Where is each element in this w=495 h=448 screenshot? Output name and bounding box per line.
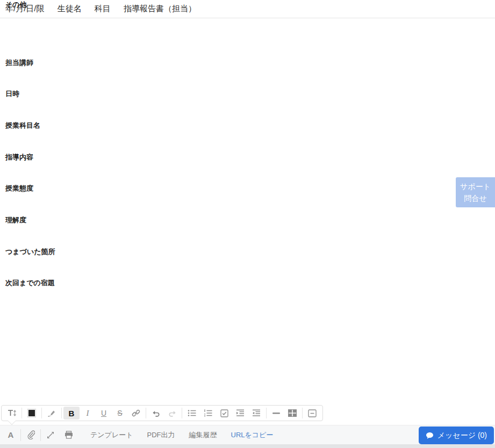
bold-button[interactable]: B: [63, 407, 80, 420]
bottom-edge-strip: [0, 444, 495, 448]
attachment-button[interactable]: [23, 428, 38, 442]
font-size-button[interactable]: [4, 407, 20, 420]
label-homework: 次回までの宿題: [5, 278, 55, 288]
footer-divider: [20, 429, 21, 441]
chat-bubble-icon: [426, 432, 434, 439]
toolbar-divider: [146, 408, 146, 418]
toolbar-divider: [182, 408, 182, 418]
undo-button[interactable]: [148, 407, 164, 420]
bullet-list-icon: [188, 409, 196, 417]
formatting-toolbar: B I U S: [1, 405, 323, 421]
italic-button[interactable]: I: [80, 407, 96, 420]
table-icon: [288, 409, 297, 417]
outdent-icon: [252, 409, 261, 417]
toolbar-divider: [302, 408, 303, 418]
color-swatch-icon: [27, 409, 36, 417]
numbered-list-button[interactable]: [200, 407, 216, 420]
numbered-list-icon: [204, 409, 212, 417]
undo-icon: [152, 409, 161, 417]
link-button[interactable]: [128, 407, 144, 420]
label-class-attitude: 授業態度: [5, 184, 33, 193]
horizontal-rule-button[interactable]: [268, 407, 284, 420]
label-stumbling-points: つまづいた箇所: [5, 247, 55, 257]
paperclip-icon: [27, 430, 35, 439]
font-style-button[interactable]: A: [3, 428, 18, 442]
label-class-subject: 授業科目名: [5, 121, 40, 131]
header-report-title: 指導報告書（担当）: [124, 4, 196, 14]
underline-button[interactable]: U: [96, 407, 112, 420]
checklist-icon: [220, 409, 228, 417]
strikethrough-button[interactable]: S: [112, 407, 128, 420]
bullet-list-button[interactable]: [184, 407, 200, 420]
template-button[interactable]: テンプレート: [90, 430, 133, 440]
collapse-box-icon: [308, 409, 317, 417]
header-student-name: 生徒名: [58, 4, 82, 14]
checklist-button[interactable]: [216, 407, 232, 420]
support-tab-line1: サポート: [456, 180, 495, 192]
label-comprehension: 理解度: [5, 215, 26, 225]
horizontal-rule-icon: [272, 411, 280, 415]
table-button[interactable]: [284, 407, 300, 420]
label-datetime: 日時: [5, 89, 19, 99]
italic-icon: I: [87, 409, 89, 418]
strikethrough-icon: S: [117, 409, 122, 417]
copy-url-button[interactable]: URLをコピー: [231, 430, 274, 440]
toolbar-divider: [61, 408, 62, 418]
expand-button[interactable]: [43, 428, 58, 442]
font-color-swatch-button[interactable]: [24, 407, 40, 420]
highlighter-icon: [47, 409, 56, 417]
toolbar-divider: [41, 408, 42, 418]
printer-icon: [64, 431, 73, 439]
print-button[interactable]: [61, 428, 76, 442]
redo-icon: [168, 409, 177, 417]
highlighter-button[interactable]: [44, 407, 60, 420]
underline-icon: U: [101, 409, 106, 417]
label-instructor: 担当講師: [5, 58, 33, 68]
label-teaching-content: 指導内容: [5, 153, 33, 162]
pdf-export-button[interactable]: PDF出力: [147, 430, 175, 440]
collapse-box-button[interactable]: [304, 407, 320, 420]
report-page: 年/月/日/限 生徒名 科目 指導報告書（担当） 担当講師 日時 授業科目名 指…: [0, 0, 495, 448]
message-button-label: メッセージ (0): [437, 431, 487, 440]
label-other: その他: [5, 0, 27, 10]
edit-history-button[interactable]: 編集履歴: [189, 430, 217, 440]
toolbar-divider: [266, 408, 267, 418]
indent-button[interactable]: [232, 407, 248, 420]
link-icon: [132, 409, 140, 417]
footer-divider: [40, 429, 41, 441]
indent-icon: [236, 409, 245, 417]
font-icon: A: [8, 430, 14, 439]
support-contact-tab[interactable]: サポート 問合せ: [456, 177, 495, 207]
toolbar-divider: [21, 408, 22, 418]
report-header: 年/月/日/限 生徒名 科目 指導報告書（担当）: [0, 0, 495, 18]
footer-action-bar: A テンプレート PDF出力 編集履歴 URLをコピー: [0, 425, 495, 444]
bold-icon: B: [69, 409, 75, 418]
support-tab-line2: 問合せ: [456, 192, 495, 204]
header-subject: 科目: [95, 4, 111, 14]
expand-icon: [47, 431, 54, 439]
font-size-icon: [7, 409, 17, 417]
message-button[interactable]: メッセージ (0): [419, 427, 494, 444]
outdent-button[interactable]: [248, 407, 264, 420]
redo-button[interactable]: [164, 407, 180, 420]
